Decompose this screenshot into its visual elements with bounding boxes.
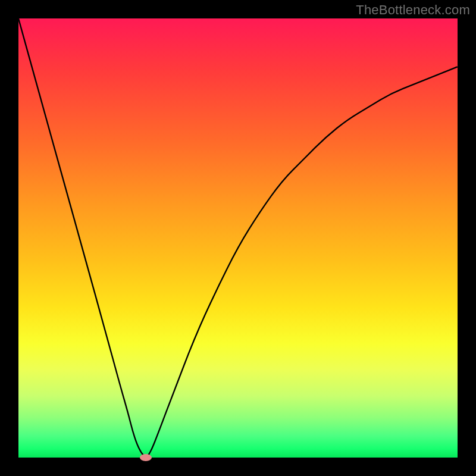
optimal-marker <box>140 454 152 461</box>
bottleneck-curve <box>18 18 458 456</box>
plot-area <box>18 18 458 458</box>
watermark-text: TheBottleneck.com <box>356 2 470 18</box>
chart-frame: TheBottleneck.com <box>0 0 476 476</box>
curve-layer <box>18 18 458 458</box>
